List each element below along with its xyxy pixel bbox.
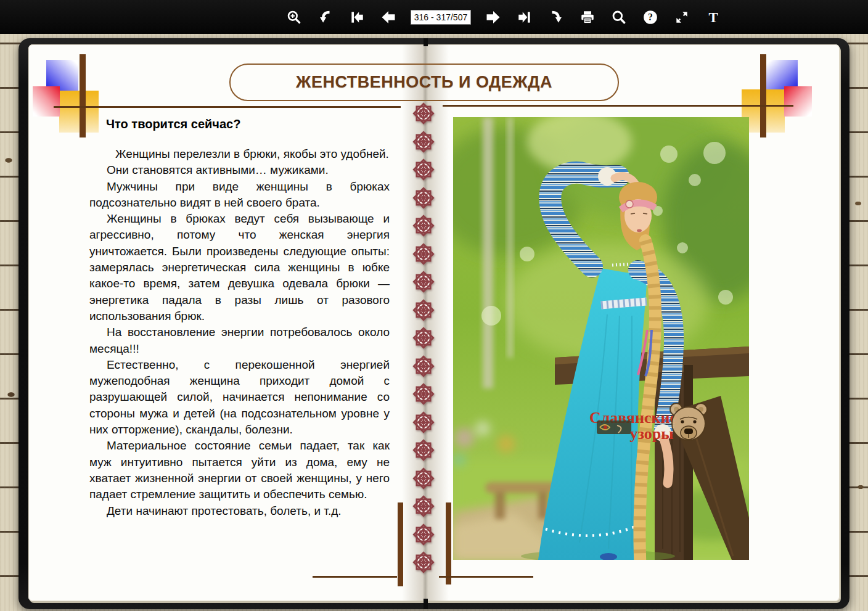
last-page-icon[interactable]: [515, 8, 534, 27]
decoration-square-red: [33, 86, 60, 117]
slavic-star-ornament-icon: [411, 465, 436, 491]
redo-icon[interactable]: [547, 8, 565, 27]
slavic-star-ornament-icon: [411, 522, 436, 547]
chapter-title: ЖЕНСТВЕННОСТЬ И ОДЕЖДА: [296, 73, 552, 92]
slavic-star-ornament-icon: [411, 493, 436, 519]
toolbar: ? T: [0, 0, 868, 34]
footer-rule-left: [313, 576, 397, 578]
print-icon[interactable]: [578, 8, 597, 27]
ornament-column: [411, 100, 436, 575]
page-input[interactable]: [411, 10, 471, 25]
paragraph: Женщины в брюках ведут себя вызывающе и …: [89, 211, 390, 324]
paragraph: Материальное состояние семьи падает, так…: [89, 438, 390, 502]
paragraph: Они становятся активными… мужиками.: [89, 162, 390, 178]
footer-bar-left: [398, 502, 403, 586]
chapter-title-box: ЖЕНСТВЕННОСТЬ И ОДЕЖДА: [229, 64, 619, 101]
decoration-bar: [80, 54, 86, 137]
svg-text:?: ?: [648, 12, 653, 22]
fullscreen-icon[interactable]: [673, 8, 691, 27]
paragraph: Естественно, с перекошенной энергией муж…: [89, 357, 390, 438]
slavic-star-ornament-icon: [411, 297, 436, 323]
slavic-star-ornament-icon: [411, 241, 436, 267]
slavic-star-ornament-icon: [411, 409, 436, 435]
footer-rule-right: [439, 576, 533, 578]
paragraph: Женщины перелезли в брюки, якобы это удо…: [89, 146, 390, 162]
slavic-star-ornament-icon: [411, 100, 436, 126]
paragraph: Дети начинают протестовать, болеть, и т.…: [89, 503, 390, 519]
slavic-star-ornament-icon: [411, 549, 436, 575]
slavic-star-ornament-icon: [411, 353, 436, 379]
paragraph: На восстановление энергии потребовалось …: [89, 324, 390, 357]
text-mode-icon[interactable]: T: [704, 8, 723, 27]
svg-text:T: T: [708, 9, 718, 25]
slavic-star-ornament-icon: [411, 381, 436, 407]
first-page-icon[interactable]: [348, 8, 366, 27]
slavic-star-ornament-icon: [411, 325, 436, 351]
slavic-star-ornament-icon: [411, 213, 436, 239]
section-heading: Что творится сейчас?: [106, 117, 240, 131]
slavic-star-ornament-icon: [411, 157, 436, 182]
help-icon[interactable]: ?: [641, 8, 660, 27]
undo-icon[interactable]: [316, 8, 335, 27]
decoration-bar: [760, 54, 766, 137]
slavic-star-ornament-icon: [411, 269, 436, 295]
prev-page-icon[interactable]: [379, 8, 398, 27]
bear-logo-icon: [670, 403, 707, 440]
body-text: Женщины перелезли в брюки, якобы это удо…: [89, 146, 390, 519]
header-rule-right: [443, 105, 793, 107]
slavic-star-ornament-icon: [411, 185, 436, 211]
decoration-square-gold: [59, 91, 99, 133]
next-page-icon[interactable]: [484, 8, 502, 27]
decoration-square-red: [784, 86, 812, 117]
footer-bar-right: [446, 502, 451, 584]
header-rule-left: [54, 106, 401, 108]
search-icon[interactable]: [610, 8, 628, 27]
zoom-in-icon[interactable]: [285, 8, 303, 27]
photo-illustration: Славянские узоры: [453, 117, 749, 560]
slavic-star-ornament-icon: [411, 129, 436, 155]
paragraph: Мужчины при виде женщины в брюках подсоз…: [89, 179, 390, 211]
slavic-star-ornament-icon: [411, 437, 436, 463]
svg-text:узоры: узоры: [629, 425, 673, 443]
book-reader-app: ? T ЖЕНСТВЕННОСТЬ И ОДЕЖДА Что творится: [0, 0, 868, 611]
